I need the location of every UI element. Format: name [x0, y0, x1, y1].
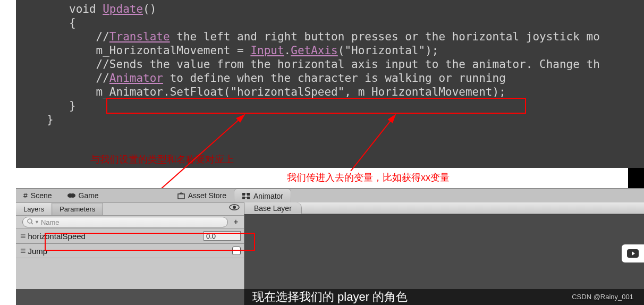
- svg-rect-6: [247, 193, 250, 196]
- scene-icon: #: [23, 191, 28, 200]
- annotation-left: 与我们设置的类型和名称要对应上: [90, 153, 234, 166]
- input-link: Input: [250, 44, 284, 57]
- watermark: CSDN @Rainy_001: [572, 293, 633, 301]
- code-editor: void Update() { //Translate the left and…: [16, 0, 644, 168]
- asset-icon: [177, 192, 185, 199]
- animator-link: Animator: [109, 72, 163, 84]
- tab-game[interactable]: Game: [60, 189, 106, 202]
- code-line: void Update(): [16, 2, 644, 16]
- animator-icon: [242, 192, 250, 200]
- tab-scene-label: Scene: [31, 191, 52, 200]
- video-icon[interactable]: [622, 244, 644, 262]
- getaxis-link: GetAxis: [291, 44, 338, 57]
- code-line: //Animator to define when the character …: [16, 71, 644, 85]
- search-placeholder: Name: [41, 218, 60, 226]
- svg-rect-7: [242, 197, 245, 199]
- annotation-right: 我们传进入去的变量，比如获得xx变量: [287, 171, 450, 184]
- translate-link: Translate: [109, 30, 170, 43]
- search-icon: [27, 218, 33, 226]
- code-line: }: [16, 113, 644, 126]
- code-line: //Sends the value from the horizontal ax…: [16, 57, 644, 71]
- update-method: Update: [103, 3, 143, 15]
- svg-rect-5: [242, 193, 245, 196]
- game-icon: [67, 192, 75, 199]
- highlight-box-code: [106, 98, 526, 114]
- code-line: //Translate the left and right button pr…: [16, 30, 644, 44]
- svg-point-13: [28, 219, 32, 223]
- drag-handle-icon[interactable]: ≡: [20, 245, 23, 257]
- tab-game-label: Game: [79, 191, 99, 200]
- subtab-parameters[interactable]: Parameters: [52, 203, 103, 215]
- svg-rect-8: [247, 197, 250, 199]
- subtitle-strip: 现在选择我们的 player 的角色: [16, 289, 644, 305]
- svg-point-12: [233, 206, 236, 209]
- svg-point-3: [70, 193, 75, 198]
- svg-rect-4: [178, 194, 184, 199]
- code-line: {: [16, 16, 644, 30]
- tab-animator-label: Animator: [253, 192, 283, 200]
- subtab-layers[interactable]: Layers: [16, 203, 52, 215]
- tab-row: # Scene Game Asset Store Animator: [16, 189, 644, 202]
- tab-animator[interactable]: Animator: [234, 189, 291, 202]
- highlight-box-param: [45, 233, 255, 251]
- add-param-button[interactable]: +: [231, 217, 241, 227]
- chevron-down-icon: ▼: [35, 219, 39, 225]
- tab-scene[interactable]: # Scene: [16, 189, 60, 202]
- breadcrumb-base-layer[interactable]: Base Layer: [244, 202, 302, 214]
- code-line: m_HorizontalMovement = Input.GetAxis("Ho…: [16, 44, 644, 57]
- tab-asset-store[interactable]: Asset Store: [170, 189, 234, 202]
- code-line: m_Animator.SetFloat("horizontalSpeed", m…: [16, 85, 644, 99]
- svg-line-14: [31, 223, 33, 224]
- drag-handle-icon[interactable]: ≡: [20, 231, 23, 242]
- tab-asset-label: Asset Store: [188, 191, 226, 200]
- eye-icon[interactable]: [229, 203, 240, 215]
- search-input[interactable]: ▼ Name: [22, 217, 228, 227]
